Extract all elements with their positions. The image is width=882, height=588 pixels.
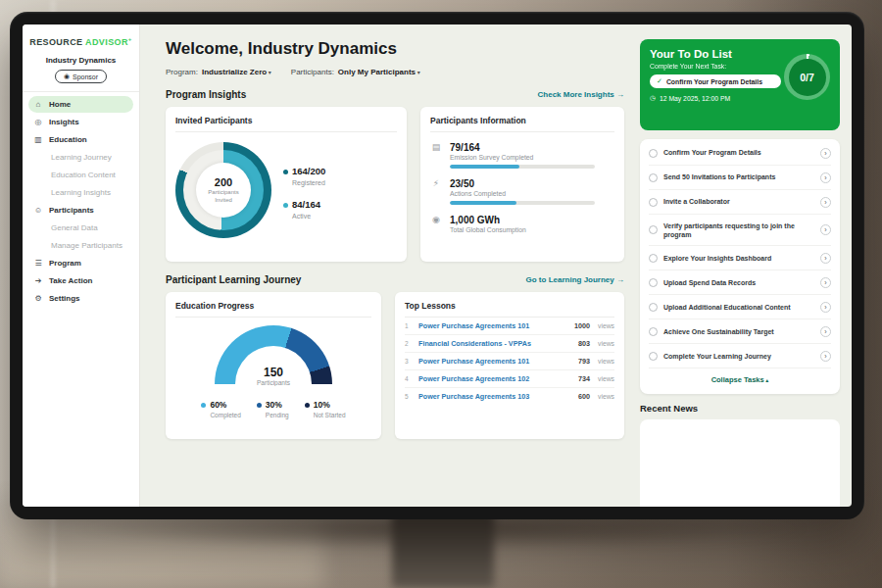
sidebar-item-label: Program — [49, 259, 81, 268]
task-label: Verify participants requesting to join t… — [663, 221, 814, 239]
active-value: 84/164 — [292, 199, 320, 210]
sidebar-item-label: Participants — [49, 206, 94, 215]
lesson-link[interactable]: Power Purchase Agreements 101 — [418, 357, 572, 366]
lesson-row[interactable]: 1 Power Purchase Agreements 101 1000 vie… — [405, 318, 614, 335]
sidebar-divider — [23, 91, 139, 92]
consumption-icon: ◉ — [430, 215, 442, 224]
lesson-link[interactable]: Power Purchase Agreements 102 — [418, 374, 572, 383]
education-card-title: Education Progress — [175, 301, 371, 318]
sidebar-item-insights[interactable]: ◎ Insights — [28, 114, 133, 130]
sidebar-item-learning-journey[interactable]: Learning Journey — [28, 149, 133, 166]
legend-active: 84/164 Active — [283, 194, 325, 220]
sidebar-item-label: Settings — [49, 294, 80, 303]
participants-value[interactable]: Only My Participants — [338, 68, 420, 76]
program-insights-title: Program Insights — [166, 89, 246, 100]
invited-center-label: Participants Invited — [204, 189, 243, 203]
sponsor-badge: ◉ Sponsor — [55, 70, 107, 83]
task-row-invite-collaborator[interactable]: Invite a Collaborator › — [649, 190, 831, 215]
screen: RESOURCE ADVISOR+ Industry Dynamics ◉ Sp… — [23, 24, 852, 507]
lesson-link[interactable]: Financial Considerations - VPPAs — [418, 339, 572, 348]
task-label: Invite a Collaborator — [663, 197, 814, 206]
task-label: Explore Your Insights Dashboard — [663, 254, 814, 263]
chevron-right-icon[interactable]: › — [820, 253, 831, 264]
program-icon: ☰ — [33, 259, 43, 268]
chevron-right-icon[interactable]: › — [820, 302, 831, 313]
task-row-complete-learning-journey[interactable]: Complete Your Learning Journey › — [649, 344, 831, 368]
education-gauge-chart: 150 Participants — [215, 325, 332, 386]
task-row-confirm-program[interactable]: Confirm Your Program Details › — [649, 141, 831, 166]
legend-completed: 60% Completed — [201, 394, 240, 418]
chevron-right-icon[interactable]: › — [820, 326, 831, 337]
sidebar-nav: ⌂ Home ◎ Insights ▥ Education Learning J… — [23, 95, 139, 507]
todo-progress-count: 0/7 — [789, 59, 826, 96]
task-row-explore-insights[interactable]: Explore Your Insights Dashboard › — [649, 246, 831, 270]
todo-progress-ring: 0/7 — [784, 54, 830, 100]
sidebar-item-general-data[interactable]: General Data — [28, 220, 133, 236]
task-checkbox[interactable] — [649, 352, 658, 361]
chevron-right-icon[interactable]: › — [820, 148, 831, 159]
todo-hero-card: Your To Do List Complete Your Next Task:… — [640, 39, 840, 130]
collapse-tasks-link[interactable]: Collapse Tasks — [649, 368, 831, 392]
task-checkbox[interactable] — [649, 254, 658, 263]
task-checkbox[interactable] — [649, 198, 658, 207]
program-dropdown[interactable]: Program: Industrialize Zero — [166, 68, 271, 76]
chevron-right-icon[interactable]: › — [820, 224, 831, 235]
lesson-views-unit: views — [598, 340, 614, 347]
task-row-achieve-target[interactable]: Achieve One Sustainability Target › — [649, 319, 831, 344]
lesson-row[interactable]: 4 Power Purchase Agreements 102 734 view… — [405, 370, 614, 388]
sidebar-item-home[interactable]: ⌂ Home — [28, 96, 133, 113]
chevron-right-icon[interactable]: › — [820, 277, 831, 288]
gauge-center-label: Participants — [215, 379, 332, 386]
task-checkbox[interactable] — [649, 327, 658, 336]
task-checkbox[interactable] — [649, 303, 658, 312]
lesson-link[interactable]: Power Purchase Agreements 101 — [418, 321, 568, 330]
task-checkbox[interactable] — [649, 173, 658, 182]
task-checkbox[interactable] — [649, 278, 658, 287]
lesson-link[interactable]: Power Purchase Agreements 103 — [418, 392, 572, 401]
task-checkbox[interactable] — [649, 149, 658, 158]
learning-journey-header: Participant Learning Journey Go to Learn… — [166, 274, 624, 285]
chevron-right-icon[interactable]: › — [820, 172, 831, 183]
not-started-dot — [305, 403, 310, 408]
sidebar-item-education[interactable]: ▥ Education — [28, 131, 133, 148]
task-row-send-invitations[interactable]: Send 50 Invitations to Participants › — [649, 166, 831, 190]
sidebar-item-take-action[interactable]: ➔ Take Action — [28, 272, 133, 289]
check-more-insights-link[interactable]: Check More Insights — [538, 90, 624, 99]
task-row-upload-spend-data[interactable]: Upload Spend Data Records › — [649, 270, 831, 295]
sidebar-item-program[interactable]: ☰ Program — [28, 255, 133, 271]
task-label: Upload Additional Educational Content — [663, 303, 814, 312]
task-label: Achieve One Sustainability Target — [663, 327, 814, 336]
go-to-learning-journey-link[interactable]: Go to Learning Journey — [526, 275, 624, 284]
sidebar-item-settings[interactable]: ⚙ Settings — [28, 290, 133, 307]
lesson-row[interactable]: 3 Power Purchase Agreements 101 793 view… — [405, 353, 614, 370]
sidebar-item-education-content[interactable]: Education Content — [28, 167, 133, 183]
task-row-verify-participants[interactable]: Verify participants requesting to join t… — [649, 215, 831, 246]
participants-dropdown[interactable]: Participants: Only My Participants — [291, 68, 420, 76]
chevron-right-icon[interactable]: › — [820, 197, 831, 208]
pending-label: Pending — [266, 412, 289, 418]
lesson-views: 600 — [578, 392, 590, 401]
lesson-row[interactable]: 2 Financial Considerations - VPPAs 803 v… — [405, 335, 614, 353]
invited-chart-area: 200 Participants Invited 164/200 Registe… — [175, 142, 397, 238]
logo-text-primary: RESOURCE — [29, 37, 82, 47]
next-task-pill[interactable]: ✓ Confirm Your Program Details — [650, 74, 781, 88]
legend-pending: 30% Pending — [257, 394, 289, 418]
registered-value: 164/200 — [292, 166, 325, 176]
participants-information-card: Participants Information ▤ 79/164 Emissi… — [420, 107, 624, 262]
stat-body: 1,000 GWh Total Global Consumption — [450, 215, 526, 233]
sidebar-item-participants[interactable]: ☺ Participants — [28, 202, 133, 219]
emission-survey-stat: ▤ 79/164 Emission Survey Completed — [430, 142, 614, 169]
monitor-stand — [392, 514, 494, 588]
lesson-views: 1000 — [574, 321, 590, 330]
task-label: Send 50 Invitations to Participants — [663, 172, 814, 181]
lesson-views-unit: views — [598, 393, 614, 400]
sidebar-item-manage-participants[interactable]: Manage Participants — [28, 237, 133, 254]
consumption-stat: ◉ 1,000 GWh Total Global Consumption — [430, 215, 614, 233]
program-value[interactable]: Industrialize Zero — [202, 68, 271, 76]
sidebar-item-learning-insights[interactable]: Learning Insights — [28, 184, 133, 201]
task-row-upload-educational-content[interactable]: Upload Additional Educational Content › — [649, 295, 831, 319]
chevron-right-icon[interactable]: › — [820, 351, 831, 362]
task-checkbox[interactable] — [649, 225, 658, 234]
lesson-row[interactable]: 5 Power Purchase Agreements 103 600 view… — [405, 388, 614, 405]
next-task-label: Confirm Your Program Details — [666, 78, 762, 85]
